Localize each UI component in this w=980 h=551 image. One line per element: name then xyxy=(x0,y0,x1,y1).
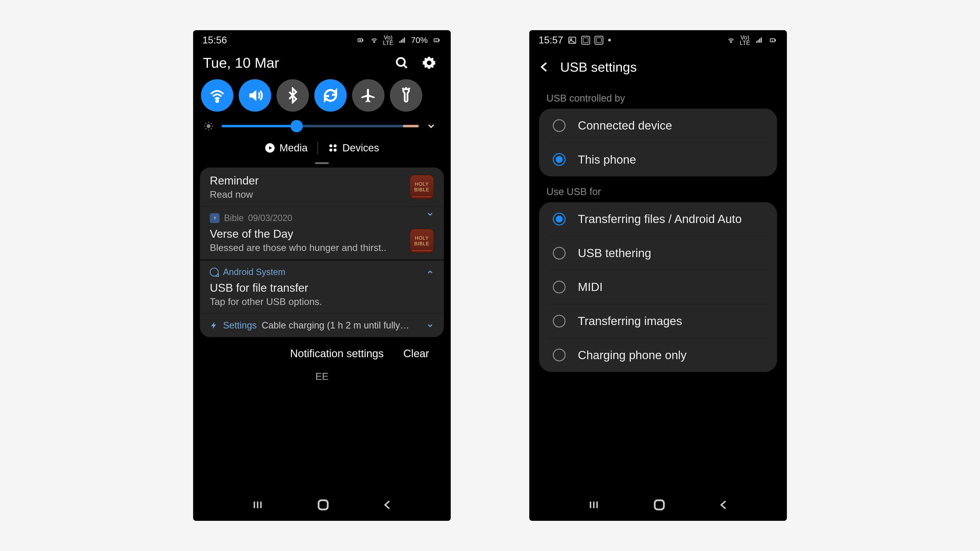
home-icon[interactable] xyxy=(316,498,330,512)
app-icon xyxy=(595,36,603,44)
radio-label: Charging phone only xyxy=(578,348,687,362)
airplane-toggle[interactable] xyxy=(352,79,385,112)
svg-point-4 xyxy=(216,100,218,102)
svg-rect-11 xyxy=(318,500,328,509)
notification-list: Reminder Read now HOLYBIBLE ✝ Bible 09/0… xyxy=(193,168,451,382)
page-title: USB settings xyxy=(560,59,637,75)
wifi-toggle[interactable] xyxy=(201,79,233,112)
sound-toggle[interactable] xyxy=(239,79,271,112)
radio-group-use-for: Transferring files / Android Auto USB te… xyxy=(539,202,777,372)
svg-point-5 xyxy=(207,124,210,128)
sync-toggle[interactable] xyxy=(314,79,347,112)
signal-icon xyxy=(397,37,407,44)
notif-title: USB for file transfer xyxy=(210,281,434,294)
notif-date: 09/03/2020 xyxy=(248,213,292,223)
notification-usb[interactable]: Android System USB for file transfer Tap… xyxy=(200,260,444,313)
radio-icon xyxy=(553,247,566,260)
status-time: 15:56 xyxy=(202,35,227,46)
devices-button[interactable]: Devices xyxy=(318,142,389,154)
media-label: Media xyxy=(280,142,307,154)
notification-bible-verse[interactable]: ✝ Bible 09/03/2020 Verse of the Day Bles… xyxy=(200,206,444,260)
app-icon xyxy=(581,36,590,44)
torch-toggle[interactable] xyxy=(390,79,422,112)
clear-button[interactable]: Clear xyxy=(403,348,429,360)
back-icon[interactable] xyxy=(382,499,393,511)
svg-point-8 xyxy=(334,144,336,147)
radio-usb-tethering[interactable]: USB tethering xyxy=(539,236,777,270)
status-bar: 15:57 • Vo)LTE xyxy=(529,30,787,48)
notif-header-row: ✝ Bible 09/03/2020 xyxy=(210,213,434,223)
notif-app-name: Settings xyxy=(223,320,257,331)
radio-label: Transferring images xyxy=(578,314,682,328)
recents-icon[interactable] xyxy=(251,499,264,511)
chevron-down-icon[interactable] xyxy=(426,210,434,218)
radio-label: MIDI xyxy=(578,280,603,294)
radio-label: USB tethering xyxy=(578,246,651,260)
notification-charging[interactable]: Settings Cable charging (1 h 2 m until f… xyxy=(200,313,444,337)
radio-this-phone[interactable]: This phone xyxy=(539,143,777,177)
status-bar: 15:56 Vo)LTE 70% xyxy=(193,30,451,48)
radio-transfer-images[interactable]: Transferring images xyxy=(539,304,777,338)
media-button[interactable]: Media xyxy=(255,142,317,154)
notif-app-name: Android System xyxy=(223,267,285,277)
volte-icon: Vo)LTE xyxy=(740,35,750,45)
notif-body: Read now xyxy=(210,189,434,200)
gear-icon[interactable] xyxy=(422,56,436,70)
battery-percent: 70% xyxy=(411,35,428,45)
home-icon[interactable] xyxy=(652,498,666,512)
svg-point-10 xyxy=(334,149,336,152)
notification-footer: Notification settings Clear xyxy=(200,341,444,366)
radio-group-controlled-by: Connected device This phone xyxy=(539,109,777,176)
radio-charge-only[interactable]: Charging phone only xyxy=(539,338,777,372)
settings-header: USB settings xyxy=(529,48,787,83)
brightness-slider-thumb[interactable] xyxy=(291,120,303,132)
expand-chevron-icon[interactable] xyxy=(426,121,436,131)
radio-icon xyxy=(553,281,566,294)
notification-reminder[interactable]: Reminder Read now HOLYBIBLE xyxy=(200,168,444,206)
radio-label: This phone xyxy=(578,152,636,167)
radio-icon xyxy=(553,119,566,132)
notif-header-row: Android System xyxy=(210,267,434,277)
battery-charging-icon xyxy=(768,37,778,44)
wifi-icon xyxy=(726,37,736,44)
drag-handle[interactable] xyxy=(315,162,329,164)
brightness-row xyxy=(193,115,451,137)
bible-app-icon: HOLYBIBLE xyxy=(409,175,434,199)
chevron-down-icon[interactable] xyxy=(426,322,434,329)
recents-icon[interactable] xyxy=(587,499,601,511)
quick-toggle-row xyxy=(193,77,451,115)
radio-icon xyxy=(553,315,566,327)
carrier-label: EE xyxy=(200,371,444,382)
back-icon[interactable] xyxy=(718,499,729,511)
phone-notification-shade: 15:56 Vo)LTE 70% Tue, 10 Mar xyxy=(193,30,451,521)
bible-app-icon: HOLYBIBLE xyxy=(409,229,434,253)
bluetooth-toggle[interactable] xyxy=(277,79,309,112)
radio-label: Transferring files / Android Auto xyxy=(578,212,742,226)
radio-connected-device[interactable]: Connected device xyxy=(539,109,777,143)
notification-settings-button[interactable]: Notification settings xyxy=(290,348,384,360)
notif-body: Blessed are those who hunger and thirst.… xyxy=(210,242,434,253)
notif-body: Cable charging (1 h 2 m until fully… xyxy=(262,320,421,331)
nav-bar xyxy=(193,489,451,521)
battery-saver-icon xyxy=(356,37,365,44)
notif-title: Reminder xyxy=(210,174,434,187)
brightness-slider[interactable] xyxy=(221,125,419,127)
quick-settings-header: Tue, 10 Mar xyxy=(193,48,451,77)
bible-small-icon: ✝ xyxy=(210,213,220,223)
radio-icon xyxy=(553,153,566,166)
svg-point-3 xyxy=(397,58,405,66)
svg-rect-16 xyxy=(655,500,664,509)
more-dot-icon: • xyxy=(608,35,611,46)
radio-midi[interactable]: MIDI xyxy=(539,270,777,304)
grid-icon xyxy=(328,143,338,153)
chevron-up-icon[interactable] xyxy=(426,268,434,276)
radio-transfer-files[interactable]: Transferring files / Android Auto xyxy=(539,202,777,236)
back-arrow-icon[interactable] xyxy=(538,61,550,73)
notif-app-name: Bible xyxy=(224,213,243,223)
search-icon[interactable] xyxy=(395,56,409,70)
battery-charging-icon xyxy=(431,37,441,44)
status-indicators: Vo)LTE 70% xyxy=(356,35,441,45)
status-indicators: Vo)LTE xyxy=(726,35,778,45)
auto-brightness-icon[interactable] xyxy=(203,121,214,132)
devices-label: Devices xyxy=(342,142,379,154)
